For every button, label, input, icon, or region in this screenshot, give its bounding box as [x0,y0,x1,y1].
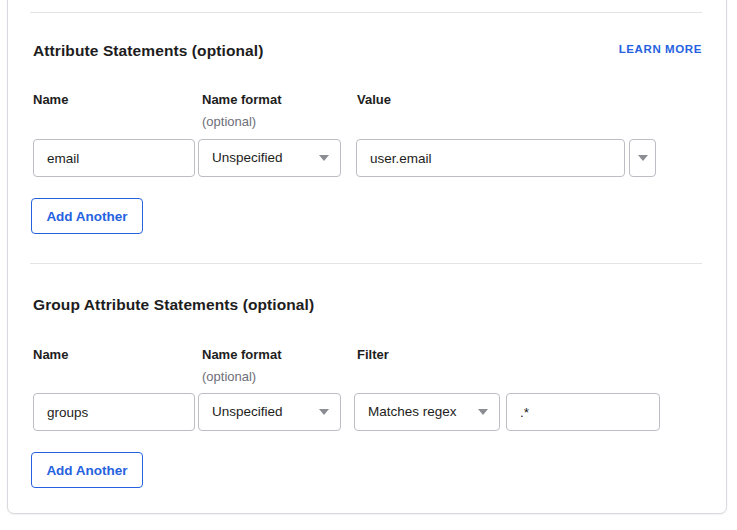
name-format-column-label: Name format [202,92,281,107]
attribute-value-dropdown-button[interactable] [629,139,656,177]
group-attribute-name-input[interactable] [33,393,195,431]
attribute-name-format-select[interactable]: Unspecified [198,139,341,177]
filter-column-label: Filter [357,347,389,362]
chevron-down-icon [478,409,488,415]
section-divider [30,12,702,13]
settings-panel: Attribute Statements (optional) LEARN MO… [0,0,737,530]
group-name-format-optional-note: (optional) [202,369,256,384]
learn-more-link[interactable]: LEARN MORE [619,43,702,55]
chevron-down-icon [319,409,329,415]
section-divider [30,263,702,264]
value-column-label: Value [357,92,391,107]
attribute-value-input[interactable] [356,139,625,177]
group-filter-value-input[interactable] [506,393,660,431]
group-name-format-select[interactable]: Unspecified [198,393,341,431]
group-attribute-statements-title: Group Attribute Statements (optional) [33,296,314,314]
chevron-down-icon [638,155,648,161]
group-filter-type-selected: Matches regex [368,404,457,419]
group-filter-type-select[interactable]: Matches regex [354,393,500,431]
add-another-group-attribute-button[interactable]: Add Another [31,452,143,488]
chevron-down-icon [319,155,329,161]
group-name-format-column-label: Name format [202,347,281,362]
add-another-attribute-button[interactable]: Add Another [31,198,143,234]
name-column-label: Name [33,92,68,107]
attribute-name-input[interactable] [33,139,195,177]
form-card [7,0,727,514]
name-format-optional-note: (optional) [202,114,256,129]
attribute-statements-title: Attribute Statements (optional) [33,42,263,60]
group-name-format-selected: Unspecified [212,404,283,419]
group-name-column-label: Name [33,347,68,362]
attribute-name-format-selected: Unspecified [212,150,283,165]
